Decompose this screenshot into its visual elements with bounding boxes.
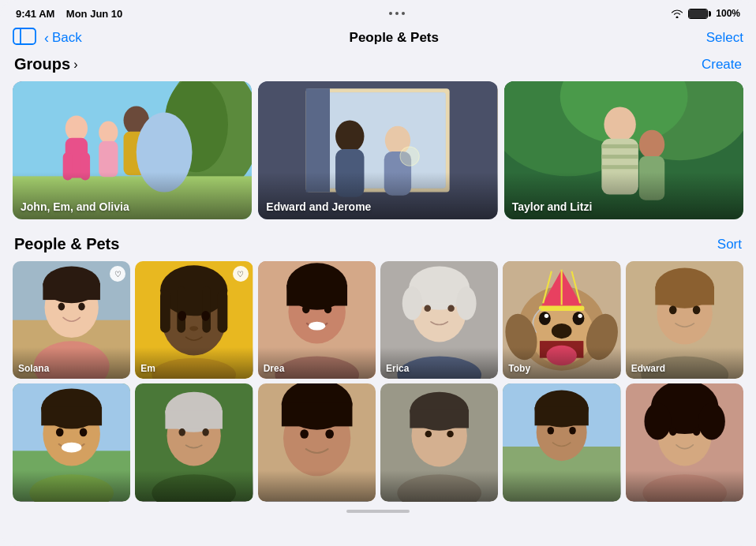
svg-point-34 xyxy=(639,130,664,159)
person-card-edward[interactable]: Edward xyxy=(626,261,743,379)
svg-point-61 xyxy=(324,305,331,313)
person-card-11[interactable] xyxy=(503,383,620,501)
svg-rect-133 xyxy=(535,407,589,425)
svg-point-52 xyxy=(202,311,211,321)
people-grid-row2 xyxy=(13,383,743,501)
person-card-10[interactable] xyxy=(380,383,498,501)
svg-rect-21 xyxy=(335,149,364,197)
scroll-indicator xyxy=(0,510,756,513)
scroll-pill xyxy=(346,510,410,513)
person-11-image xyxy=(503,383,620,501)
person-card-erica[interactable]: Erica xyxy=(380,261,498,379)
svg-point-42 xyxy=(58,303,65,311)
person-card-9[interactable] xyxy=(258,383,376,501)
groups-chevron-icon: › xyxy=(73,58,77,72)
group-card-2[interactable]: Edward and Jerome xyxy=(258,81,497,219)
svg-point-43 xyxy=(78,303,85,311)
group-card-3[interactable]: Taylor and Litzi xyxy=(504,81,743,219)
person-card-8[interactable] xyxy=(135,383,253,501)
toby-name: Toby xyxy=(508,363,530,374)
svg-point-51 xyxy=(178,311,187,321)
chevron-left-icon: ‹ xyxy=(44,30,49,47)
svg-point-114 xyxy=(203,428,210,436)
svg-point-70 xyxy=(424,305,431,312)
sidebar-toggle-button[interactable] xyxy=(13,27,36,49)
battery-icon xyxy=(688,9,711,19)
status-time: 9:41 AM Mon Jun 10 xyxy=(16,8,122,20)
svg-point-139 xyxy=(644,403,671,440)
svg-point-135 xyxy=(570,427,577,435)
svg-rect-14 xyxy=(99,141,118,177)
page-title: People & Pets xyxy=(350,30,439,46)
time-display: 9:41 AM xyxy=(16,8,54,20)
group-card-1[interactable]: John, Em, and Olivia xyxy=(13,81,252,219)
person-card-12[interactable] xyxy=(626,383,743,501)
person-card-drea[interactable]: Drea xyxy=(258,261,376,379)
svg-point-62 xyxy=(309,322,325,331)
wifi-icon xyxy=(671,9,683,18)
date-display: Mon Jun 10 xyxy=(66,8,123,20)
svg-rect-40 xyxy=(43,283,100,300)
svg-point-20 xyxy=(335,121,364,152)
main-content: Groups › Create xyxy=(0,55,756,502)
svg-point-79 xyxy=(545,314,548,318)
svg-rect-82 xyxy=(540,341,583,357)
dot-3 xyxy=(402,12,405,15)
back-button[interactable]: ‹ Back xyxy=(44,30,82,47)
solana-name: Solana xyxy=(18,363,49,374)
svg-point-78 xyxy=(573,312,585,325)
dot-1 xyxy=(389,12,392,15)
svg-rect-49 xyxy=(203,286,211,333)
nav-bar: ‹ Back People & Pets Select xyxy=(0,24,756,55)
status-center-dots xyxy=(389,12,405,15)
svg-point-141 xyxy=(669,428,677,436)
svg-rect-35 xyxy=(639,156,664,200)
svg-point-6 xyxy=(65,116,88,141)
edward-name: Edward xyxy=(631,363,665,374)
toby-image xyxy=(503,261,620,379)
svg-point-13 xyxy=(99,122,118,144)
svg-point-115 xyxy=(152,475,237,502)
em-heart-badge: ♡ xyxy=(233,266,249,282)
dot-2 xyxy=(395,12,399,15)
svg-point-126 xyxy=(425,431,432,438)
erica-image xyxy=(380,261,498,379)
person-card-7[interactable] xyxy=(13,383,130,501)
battery-percent: 100% xyxy=(716,8,740,19)
svg-point-60 xyxy=(302,305,310,313)
svg-rect-19 xyxy=(306,88,330,192)
svg-point-24 xyxy=(400,147,419,166)
svg-point-108 xyxy=(29,475,114,502)
svg-point-81 xyxy=(552,323,572,338)
groups-title[interactable]: Groups › xyxy=(14,55,77,73)
svg-rect-86 xyxy=(539,306,585,311)
groups-label: Groups xyxy=(14,55,70,73)
svg-point-105 xyxy=(56,428,64,437)
person-card-em[interactable]: ♡ Em xyxy=(135,261,253,379)
svg-point-107 xyxy=(62,443,82,453)
svg-point-120 xyxy=(300,429,309,439)
people-grid-row1: ♡ Solana xyxy=(13,261,743,379)
sort-button[interactable]: Sort xyxy=(717,237,742,252)
select-button[interactable]: Select xyxy=(706,30,743,46)
svg-point-127 xyxy=(447,431,454,438)
svg-rect-47 xyxy=(160,290,170,332)
person-card-toby[interactable]: Toby xyxy=(503,261,620,379)
svg-point-63 xyxy=(275,357,359,380)
drea-image xyxy=(258,261,376,379)
svg-point-142 xyxy=(692,428,700,436)
nav-left: ‹ Back xyxy=(13,27,82,49)
svg-rect-59 xyxy=(286,285,347,306)
svg-rect-31 xyxy=(601,144,638,148)
svg-point-71 xyxy=(447,305,455,312)
svg-rect-96 xyxy=(655,286,714,305)
people-pets-title: People & Pets xyxy=(14,235,119,253)
groups-section-header: Groups › Create xyxy=(13,55,743,73)
svg-rect-112 xyxy=(166,410,223,428)
sidebar-icon xyxy=(13,27,36,46)
person-card-solana[interactable]: ♡ Solana xyxy=(13,261,130,379)
create-button[interactable]: Create xyxy=(702,57,742,73)
person-9-image xyxy=(258,383,376,501)
svg-point-143 xyxy=(642,475,727,502)
svg-rect-104 xyxy=(41,407,102,425)
